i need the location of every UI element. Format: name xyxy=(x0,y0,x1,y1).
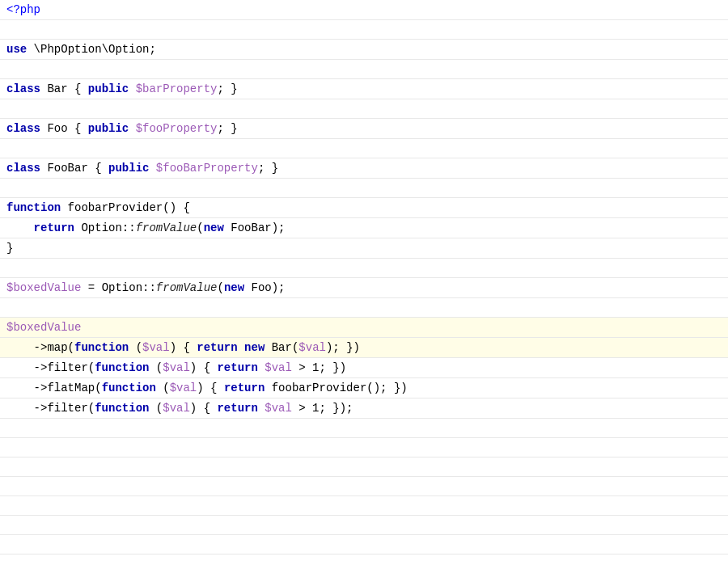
code-line-empty xyxy=(0,419,728,438)
code-line-empty xyxy=(0,139,728,158)
code-line: } xyxy=(0,238,728,259)
code-line-empty xyxy=(0,477,728,496)
code-line: return Option::fromValue(new FooBar); xyxy=(0,218,728,238)
code-line-empty xyxy=(0,496,728,516)
code-line: function foobarProvider() { xyxy=(0,198,728,218)
code-line: $boxedValue = Option::fromValue(new Foo)… xyxy=(0,278,728,298)
code-line: ->filter(function ($val) { return $val >… xyxy=(0,358,728,378)
code-line-empty xyxy=(0,179,728,198)
code-editor: <?php use \PhpOption\Option; class Bar {… xyxy=(0,0,728,565)
code-line-empty xyxy=(0,438,728,457)
code-line-empty xyxy=(0,457,728,477)
code-line-empty xyxy=(0,259,728,278)
code-line: <?php xyxy=(0,0,728,20)
code-line: class Foo { public $fooProperty; } xyxy=(0,119,728,139)
code-line: ->filter(function ($val) { return $val >… xyxy=(0,398,728,419)
code-line: class Bar { public $barProperty; } xyxy=(0,79,728,99)
code-line: use \PhpOption\Option; xyxy=(0,40,728,60)
code-line-empty xyxy=(0,298,728,318)
code-line-empty xyxy=(0,516,728,535)
code-line-empty xyxy=(0,60,728,79)
code-line-highlighted: $boxedValue xyxy=(0,318,728,338)
code-line-empty xyxy=(0,535,728,554)
code-line-empty xyxy=(0,20,728,40)
code-line-highlighted: ->map(function ($val) { return new Bar($… xyxy=(0,338,728,358)
code-line-empty xyxy=(0,99,728,119)
code-line: ->flatMap(function ($val) { return fooba… xyxy=(0,378,728,398)
code-line: class FooBar { public $fooBarProperty; } xyxy=(0,158,728,179)
